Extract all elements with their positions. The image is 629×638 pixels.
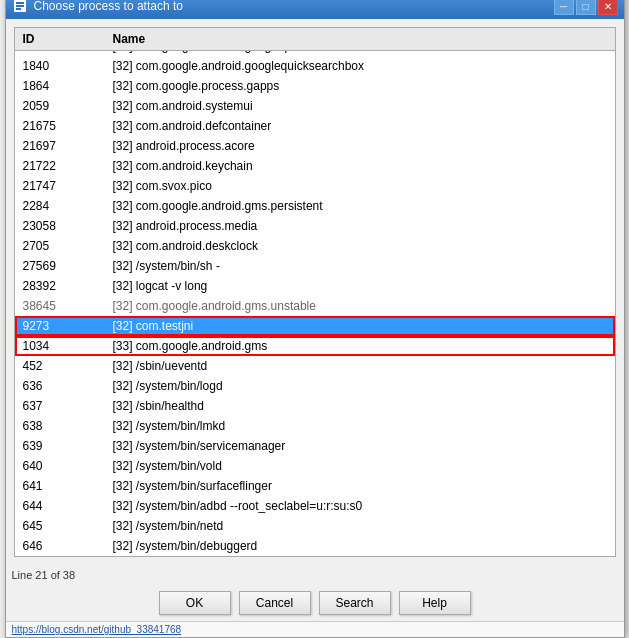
dialog-title: Choose process to attach to [34, 0, 183, 13]
row-id: 452 [15, 357, 105, 375]
url-bar: https://blog.csdn.net/github_33841768 [6, 621, 624, 637]
process-list[interactable]: 1[32] /init no_timer_check1036[32] syste… [15, 51, 615, 556]
list-item[interactable]: 641[32] /system/bin/surfaceflinger [15, 476, 615, 496]
url-text: https://blog.csdn.net/github_33841768 [12, 624, 182, 635]
svg-rect-2 [16, 5, 24, 7]
list-item[interactable]: 9273[32] com.testjni [15, 316, 615, 336]
list-item[interactable]: 2284[32] com.google.android.gms.persiste… [15, 196, 615, 216]
list-item[interactable]: 645[32] /system/bin/netd [15, 516, 615, 536]
header-id: ID [15, 30, 105, 48]
dialog-content: ID Name 1[32] /init no_timer_check1036[3… [6, 19, 624, 565]
row-id: 23058 [15, 217, 105, 235]
row-name: [32] /system/bin/vold [105, 457, 615, 475]
list-item[interactable]: 21697[32] android.process.acore [15, 136, 615, 156]
status-text: Line 21 of 38 [12, 569, 76, 581]
row-name: [32] /sbin/ueventd [105, 357, 615, 375]
row-id: 21697 [15, 137, 105, 155]
row-name: [32] android.process.media [105, 217, 615, 235]
title-bar: Choose process to attach to ─ □ ✕ [6, 0, 624, 19]
maximize-button[interactable]: □ [576, 0, 596, 15]
cancel-button[interactable]: Cancel [239, 591, 311, 615]
list-item[interactable]: 646[32] /system/bin/debuggerd [15, 536, 615, 556]
row-id: 636 [15, 377, 105, 395]
row-id: 1814 [15, 51, 105, 55]
row-name: [32] com.android.systemui [105, 97, 615, 115]
row-name: [32] com.google.process.gapps [105, 77, 615, 95]
list-header: ID Name [15, 28, 615, 51]
list-item[interactable]: 21675[32] com.android.defcontainer [15, 116, 615, 136]
row-id: 21722 [15, 157, 105, 175]
list-item[interactable]: 28392[32] logcat -v long [15, 276, 615, 296]
row-id: 639 [15, 437, 105, 455]
ok-button[interactable]: OK [159, 591, 231, 615]
list-item[interactable]: 640[32] /system/bin/vold [15, 456, 615, 476]
row-name: [32] /system/bin/sh - [105, 257, 615, 275]
row-name: [32] /system/bin/surfaceflinger [105, 477, 615, 495]
list-scroll-area: 1[32] /init no_timer_check1036[32] syste… [15, 51, 615, 556]
row-name: [32] com.google.android.googlequicksearc… [105, 51, 615, 55]
row-name: [33] com.google.android.gms [105, 337, 615, 355]
row-id: 638 [15, 417, 105, 435]
list-item[interactable]: 1840[32] com.google.android.googlequicks… [15, 56, 615, 76]
list-item[interactable]: 1864[32] com.google.process.gapps [15, 76, 615, 96]
list-item[interactable]: 23058[32] android.process.media [15, 216, 615, 236]
row-id: 27569 [15, 257, 105, 275]
process-list-container: ID Name 1[32] /init no_timer_check1036[3… [14, 27, 616, 557]
row-id: 640 [15, 457, 105, 475]
dialog-icon [12, 0, 28, 14]
list-item[interactable]: 452[32] /sbin/ueventd [15, 356, 615, 376]
row-id: 641 [15, 477, 105, 495]
search-button[interactable]: Search [319, 591, 391, 615]
row-id: 2284 [15, 197, 105, 215]
row-name: [32] com.android.keychain [105, 157, 615, 175]
row-id: 28392 [15, 277, 105, 295]
row-name: [32] com.google.android.gms.persistent [105, 197, 615, 215]
row-id: 1840 [15, 57, 105, 75]
close-button[interactable]: ✕ [598, 0, 618, 15]
row-id: 21675 [15, 117, 105, 135]
row-id: 2705 [15, 237, 105, 255]
list-item[interactable]: 636[32] /system/bin/logd [15, 376, 615, 396]
list-item[interactable]: 21747[32] com.svox.pico [15, 176, 615, 196]
minimize-button[interactable]: ─ [554, 0, 574, 15]
list-item[interactable]: 2705[32] com.android.deskclock [15, 236, 615, 256]
row-name: [32] com.google.android.googlequicksearc… [105, 57, 615, 75]
row-name: [32] /system/bin/lmkd [105, 417, 615, 435]
row-id: 38645 [15, 297, 105, 315]
row-name: [32] /system/bin/servicemanager [105, 437, 615, 455]
row-name: [32] /system/bin/debuggerd [105, 537, 615, 555]
row-id: 1034 [15, 337, 105, 355]
row-id: 2059 [15, 97, 105, 115]
row-name: [32] logcat -v long [105, 277, 615, 295]
row-name: [32] com.android.deskclock [105, 237, 615, 255]
title-bar-controls: ─ □ ✕ [554, 0, 618, 15]
row-name: [32] /sbin/healthd [105, 397, 615, 415]
row-name: [32] com.google.android.gms.unstable [105, 297, 615, 315]
row-name: [32] com.testjni [105, 317, 615, 335]
row-id: 637 [15, 397, 105, 415]
title-bar-left: Choose process to attach to [12, 0, 183, 14]
row-id: 645 [15, 517, 105, 535]
row-name: [32] com.svox.pico [105, 177, 615, 195]
row-id: 9273 [15, 317, 105, 335]
row-name: [32] /system/bin/logd [105, 377, 615, 395]
header-name: Name [105, 30, 615, 48]
row-name: [32] /system/bin/netd [105, 517, 615, 535]
row-name: [32] /system/bin/adbd --root_seclabel=u:… [105, 497, 615, 515]
row-name: [32] android.process.acore [105, 137, 615, 155]
list-item[interactable]: 637[32] /sbin/healthd [15, 396, 615, 416]
list-item[interactable]: 644[32] /system/bin/adbd --root_seclabel… [15, 496, 615, 516]
row-id: 646 [15, 537, 105, 555]
help-button[interactable]: Help [399, 591, 471, 615]
button-bar: OK Cancel Search Help [6, 585, 624, 621]
list-item[interactable]: 38645[32] com.google.android.gms.unstabl… [15, 296, 615, 316]
list-item[interactable]: 21722[32] com.android.keychain [15, 156, 615, 176]
list-item[interactable]: 639[32] /system/bin/servicemanager [15, 436, 615, 456]
list-item[interactable]: 1034[33] com.google.android.gms [15, 336, 615, 356]
svg-rect-1 [16, 2, 24, 4]
process-attach-dialog: Choose process to attach to ─ □ ✕ ID Nam… [5, 0, 625, 638]
list-item[interactable]: 27569[32] /system/bin/sh - [15, 256, 615, 276]
row-id: 644 [15, 497, 105, 515]
list-item[interactable]: 2059[32] com.android.systemui [15, 96, 615, 116]
list-item[interactable]: 638[32] /system/bin/lmkd [15, 416, 615, 436]
